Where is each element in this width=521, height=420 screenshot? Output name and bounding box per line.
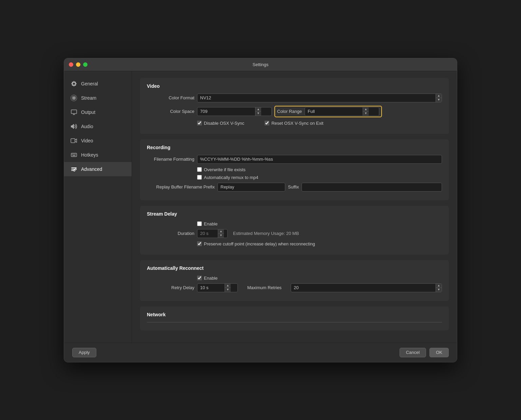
color-range-input[interactable]: ▲ ▼ [305,107,379,116]
hotkeys-icon [70,151,78,159]
color-range-value[interactable] [305,107,363,115]
footer: Apply Cancel OK [64,343,457,362]
stream-icon [70,94,78,102]
output-icon [70,108,78,116]
color-space-value[interactable] [197,107,255,115]
svg-rect-3 [71,153,77,157]
sidebar-audio-label: Audio [81,124,93,129]
replay-row: Replay Buffer Filename Prefix Suffix [147,183,442,192]
preserve-checkbox[interactable] [197,241,202,246]
retry-delay-down[interactable]: ▼ [225,288,231,292]
sidebar-item-general[interactable]: General [64,77,132,91]
disable-vsync-checkbox[interactable] [197,121,202,125]
footer-right-buttons: Cancel OK [400,348,449,357]
svg-point-9 [75,168,76,170]
replay-prefix-input[interactable] [217,183,285,192]
reset-vsync-row: Reset OSX V-Sync on Exit [265,121,323,126]
sidebar-video-label: Video [81,138,93,143]
recording-checkboxes: Overwrite if file exists Automatically r… [197,167,442,180]
sidebar-item-output[interactable]: Output [64,105,132,119]
duration-value[interactable] [197,229,218,237]
retry-delay-input[interactable]: ▲ ▼ [197,283,238,292]
minimize-button[interactable] [76,62,80,67]
duration-up[interactable]: ▲ [218,229,224,234]
retry-delay-up[interactable]: ▲ [225,284,231,288]
color-range-up[interactable]: ▲ [363,107,369,112]
advanced-icon [70,165,78,173]
svg-rect-5 [73,154,74,155]
max-retries-label: Maximum Retries [247,285,288,290]
apply-button[interactable]: Apply [72,348,96,357]
duration-down[interactable]: ▼ [218,234,224,238]
svg-rect-4 [72,154,73,155]
max-retries-value[interactable] [291,284,436,292]
svg-point-0 [73,97,75,99]
color-space-label: Color Space [147,109,194,114]
sidebar-hotkeys-label: Hotkeys [81,152,98,158]
retry-delay-label: Retry Delay [147,285,194,290]
max-retries-down[interactable]: ▼ [436,288,442,292]
reconnect-enable-checkbox[interactable] [197,276,202,280]
maximize-button[interactable] [83,62,88,67]
duration-input[interactable]: ▲ ▼ [197,229,228,238]
stream-delay-enable-checkbox[interactable] [197,221,202,226]
remux-label: Automatically remux to mp4 [204,175,258,180]
settings-window: Settings General [64,58,457,362]
sidebar-item-hotkeys[interactable]: Hotkeys [64,148,132,162]
color-format-value[interactable] [197,94,436,102]
reset-vsync-label: Reset OSX V-Sync on Exit [271,121,323,126]
reset-vsync-checkbox[interactable] [265,121,269,125]
svg-rect-6 [74,154,75,155]
svg-rect-1 [71,110,77,114]
sidebar-item-video[interactable]: Video [64,134,132,148]
auto-reconnect-section: Automatically Reconnect Enable Retry Del… [140,260,449,301]
stream-delay-section: Stream Delay Enable Duration ▲ ▼ [140,206,449,255]
overwrite-label: Overwrite if file exists [204,167,246,172]
cancel-button[interactable]: Cancel [400,348,426,357]
remux-checkbox[interactable] [197,175,202,180]
color-space-up[interactable]: ▲ [255,107,261,112]
sidebar: General Stream [64,71,132,343]
sidebar-output-label: Output [81,109,95,115]
retry-delay-spinner[interactable]: ▲ ▼ [225,284,231,292]
color-format-down[interactable]: ▼ [436,98,442,102]
duration-row: Duration ▲ ▼ Estimated Memory Usage: 20 … [147,229,442,238]
network-title: Network [147,312,442,317]
color-space-down[interactable]: ▼ [255,112,261,116]
retry-delay-row: Retry Delay ▲ ▼ Maximum Retries ▲ ▼ [147,283,442,292]
color-format-up[interactable]: ▲ [436,94,442,98]
filename-input[interactable] [197,155,442,164]
color-range-down[interactable]: ▼ [363,112,369,116]
color-format-spinner[interactable]: ▲ ▼ [436,94,442,102]
estimated-memory-label: Estimated Memory Usage: 20 MB [233,231,299,236]
overwrite-checkbox[interactable] [197,167,202,172]
stream-delay-enable-label: Enable [204,221,217,226]
ok-button[interactable]: OK [429,348,449,357]
recording-section-title: Recording [147,145,442,150]
duration-spinner[interactable]: ▲ ▼ [218,229,224,238]
close-button[interactable] [69,62,73,67]
color-space-range-row: Color Space ▲ ▼ Color Range [147,106,442,117]
reconnect-enable-label: Enable [204,276,217,281]
color-space-input[interactable]: ▲ ▼ [197,107,272,116]
traffic-lights [69,62,88,67]
retry-delay-value[interactable] [197,284,225,292]
color-space-spinner[interactable]: ▲ ▼ [255,107,261,116]
stream-delay-title: Stream Delay [147,211,442,217]
max-retries-up[interactable]: ▲ [436,284,442,288]
sidebar-advanced-label: Advanced [81,166,102,172]
sidebar-item-advanced[interactable]: Advanced [64,162,132,176]
suffix-input[interactable] [302,183,442,192]
max-retries-input[interactable]: ▲ ▼ [291,283,442,292]
preserve-label: Preserve cutoff point (increase delay) w… [204,241,315,246]
main-layout: General Stream [64,71,457,343]
sidebar-item-stream[interactable]: Stream [64,91,132,105]
color-range-group: Color Range ▲ ▼ [274,106,382,117]
max-retries-spinner[interactable]: ▲ ▼ [436,284,442,292]
color-range-spinner[interactable]: ▲ ▼ [363,107,369,116]
reconnect-enable-row: Enable [197,276,442,281]
window-title: Settings [253,62,269,67]
sidebar-item-audio[interactable]: Audio [64,119,132,134]
titlebar: Settings [64,58,457,71]
color-format-input[interactable]: ▲ ▼ [197,94,442,102]
